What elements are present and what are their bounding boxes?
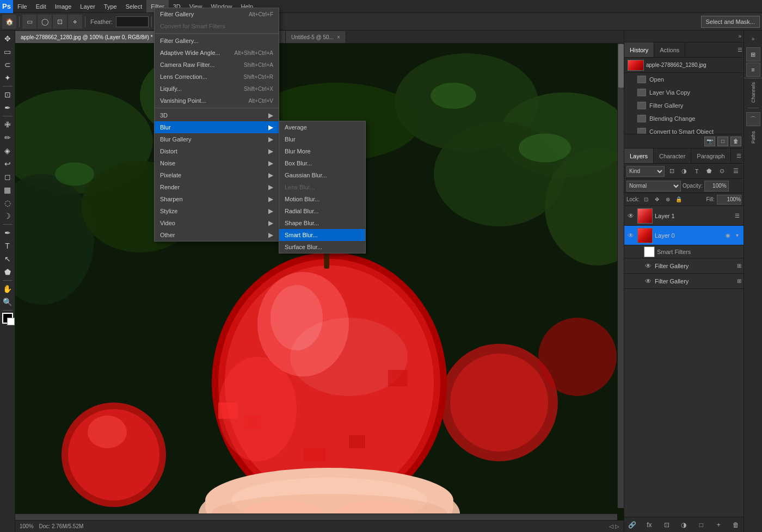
- new-layer-btn[interactable]: +: [713, 520, 724, 530]
- history-item-convert[interactable]: Convert to Smart Object: [624, 125, 743, 134]
- history-item-layer-via-copy[interactable]: Layer Via Copy: [624, 86, 743, 99]
- menu-image[interactable]: Image: [51, 0, 76, 13]
- sharpen-submenu[interactable]: Sharpen ▶: [155, 193, 279, 205]
- layer-item-1[interactable]: 👁 Layer 1 ☰: [624, 206, 743, 226]
- lens-correction[interactable]: Lens Correction... Shift+Ctrl+R: [155, 71, 279, 83]
- sf2-options[interactable]: ⊞: [737, 278, 741, 284]
- add-fx-btn[interactable]: fx: [644, 520, 655, 530]
- blur-gallery-item[interactable]: Blur Gallery ▶: [155, 133, 279, 145]
- stylize-submenu[interactable]: Stylize ▶: [155, 205, 279, 217]
- path-select-tool[interactable]: ↖: [2, 253, 14, 265]
- filter-gallery-shortcut[interactable]: Filter Gallery Alt+Ctrl+F: [155, 8, 279, 20]
- pixelate-submenu[interactable]: Pixelate ▶: [155, 169, 279, 181]
- blur-submenu[interactable]: Blur ▶ Average Blur Blur More Box Blur..…: [155, 121, 279, 133]
- selection-tool[interactable]: ▭: [2, 46, 14, 58]
- delete-layer-btn[interactable]: 🗑: [730, 520, 741, 530]
- lock-pixel-btn[interactable]: ⊡: [642, 195, 650, 204]
- vanishing-point[interactable]: Vanishing Point... Alt+Ctrl+V: [155, 95, 279, 107]
- crop-tool[interactable]: ⊡: [2, 89, 14, 101]
- vertical-scrollbar[interactable]: [617, 44, 624, 508]
- 3d-submenu[interactable]: 3D ▶: [155, 109, 279, 121]
- nav-arrows[interactable]: ◁ ▷: [609, 523, 619, 529]
- blur-radial[interactable]: Radial Blur...: [279, 205, 365, 217]
- filter-pixel-btn[interactable]: ⊡: [666, 166, 677, 177]
- filter-gallery-item[interactable]: Filter Gallery...: [155, 35, 279, 47]
- sf2-visibility-btn[interactable]: 👁: [644, 277, 653, 286]
- smart-filter-item-2[interactable]: 👁 Filter Gallery ⊞: [624, 274, 743, 289]
- tab-apple[interactable]: apple-2788662_1280.jpg @ 100% (Layer 0, …: [15, 31, 165, 43]
- menu-type[interactable]: Type: [100, 0, 121, 13]
- filter-smart-btn[interactable]: ⊙: [716, 166, 727, 177]
- layer0-options[interactable]: ▾: [733, 231, 741, 240]
- smart-filter-item-1[interactable]: 👁 Filter Gallery ⊞: [624, 258, 743, 274]
- hand-tool[interactable]: ✋: [2, 283, 14, 295]
- stamp-tool[interactable]: ◈: [2, 145, 14, 157]
- lock-artboard-btn[interactable]: ⊗: [663, 195, 672, 204]
- panel-options-btn[interactable]: ☰: [736, 42, 743, 57]
- home-btn[interactable]: 🏠: [2, 15, 16, 29]
- expand-btn[interactable]: »: [752, 36, 755, 42]
- shape-tool[interactable]: ⬟: [2, 266, 14, 278]
- noise-submenu[interactable]: Noise ▶: [155, 157, 279, 169]
- blur-gaussian[interactable]: Gaussian Blur...: [279, 169, 365, 181]
- paths-btn[interactable]: ⌒: [746, 112, 760, 126]
- history-item-blending[interactable]: Blending Change: [624, 112, 743, 125]
- history-brush-tool[interactable]: ↩: [2, 158, 14, 170]
- filter-adj-btn[interactable]: ◑: [679, 166, 690, 177]
- vertical-scroll-thumb[interactable]: [618, 44, 624, 88]
- marquee-rect-btn[interactable]: ▭: [22, 15, 36, 29]
- menu-edit[interactable]: Edit: [32, 0, 51, 13]
- gradient-tool[interactable]: ▦: [2, 184, 14, 196]
- link-layers-btn[interactable]: 🔗: [626, 520, 637, 530]
- brush-tool[interactable]: ✏: [2, 132, 14, 144]
- eyedropper-tool[interactable]: ✒: [2, 102, 14, 114]
- channels-btn[interactable]: ≡: [746, 63, 760, 77]
- blur-box[interactable]: Box Blur...: [279, 157, 365, 169]
- layer1-visibility-btn[interactable]: 👁: [626, 212, 635, 220]
- slice-btn[interactable]: ⋄: [68, 15, 82, 29]
- filter-type-btn[interactable]: T: [691, 166, 702, 177]
- blur-surface[interactable]: Surface Blur...: [279, 241, 365, 253]
- marquee-ellipse-btn[interactable]: ◯: [38, 15, 52, 29]
- crop-btn[interactable]: ⊡: [53, 15, 67, 29]
- opacity-input[interactable]: [704, 181, 729, 191]
- other-submenu[interactable]: Other ▶: [155, 229, 279, 241]
- channels-grid-btn[interactable]: ⊞: [746, 47, 760, 61]
- panel-collapse-btn[interactable]: »: [738, 33, 741, 39]
- sf1-visibility-btn[interactable]: 👁: [644, 262, 653, 270]
- layer1-options[interactable]: ☰: [733, 212, 741, 220]
- character-tab[interactable]: Character: [654, 149, 691, 163]
- eraser-tool[interactable]: ◻: [2, 171, 14, 183]
- trash-btn[interactable]: 🗑: [730, 137, 741, 146]
- zoom-tool[interactable]: 🔍: [2, 296, 14, 308]
- pen-tool[interactable]: ✒: [2, 227, 14, 239]
- blur-smart[interactable]: Smart Blur...: [279, 229, 365, 241]
- foreground-color[interactable]: [2, 313, 13, 324]
- liquify[interactable]: Liquify... Shift+Ctrl+X: [155, 83, 279, 95]
- new-group-btn[interactable]: □: [696, 520, 706, 530]
- blur-shape[interactable]: Shape Blur...: [279, 217, 365, 229]
- sf1-options[interactable]: ⊞: [737, 263, 741, 269]
- lock-all-btn[interactable]: 🔒: [674, 195, 683, 204]
- type-tool[interactable]: T: [2, 240, 14, 252]
- new-doc-btn[interactable]: □: [717, 137, 728, 146]
- blur-more[interactable]: Blur More: [279, 145, 365, 157]
- layers-options-btn[interactable]: ☰: [734, 153, 743, 159]
- distort-submenu[interactable]: Distort ▶: [155, 145, 279, 157]
- filter-shape-btn[interactable]: ⬟: [704, 166, 715, 177]
- tab-untitled5[interactable]: Untitled-5 @ 50... ×: [286, 31, 346, 43]
- background-color[interactable]: [7, 318, 15, 325]
- history-tab[interactable]: History: [624, 42, 654, 57]
- magic-wand-tool[interactable]: ✦: [2, 72, 14, 84]
- history-item-filter-gallery[interactable]: Filter Gallery: [624, 99, 743, 112]
- adaptive-wide-angle[interactable]: Adaptive Wide Angle... Alt+Shift+Ctrl+A: [155, 47, 279, 59]
- healing-tool[interactable]: ✙: [2, 119, 14, 131]
- new-snapshot-btn[interactable]: 📷: [704, 137, 715, 146]
- dodge-tool[interactable]: ☽: [2, 210, 14, 222]
- horizontal-scrollbar[interactable]: [15, 514, 617, 520]
- fill-input[interactable]: [717, 195, 741, 205]
- video-submenu[interactable]: Video ▶: [155, 217, 279, 229]
- kind-select[interactable]: Kind: [626, 166, 665, 177]
- lasso-tool[interactable]: ⊂: [2, 59, 14, 71]
- paragraph-tab[interactable]: Paragraph: [691, 149, 730, 163]
